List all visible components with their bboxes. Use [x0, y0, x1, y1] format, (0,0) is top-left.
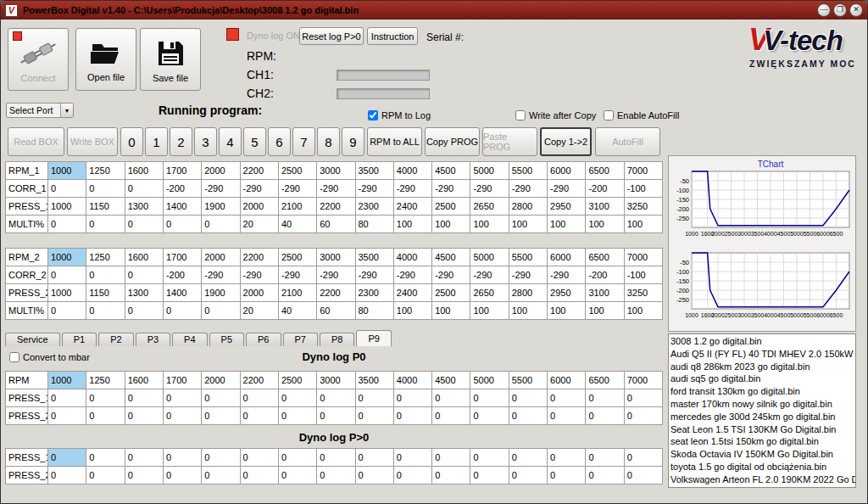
cell[interactable]: 0 [240, 407, 278, 425]
cell[interactable]: 3000 [317, 249, 355, 266]
cell[interactable]: 0 [86, 467, 125, 484]
cell[interactable]: 0 [355, 467, 393, 484]
cell[interactable]: 2000 [240, 284, 278, 302]
cell[interactable]: 0 [240, 389, 278, 407]
cell[interactable]: 0 [355, 449, 393, 467]
cell[interactable]: -290 [393, 180, 431, 198]
cell[interactable]: 3500 [355, 162, 393, 180]
digit-button[interactable]: 6 [268, 127, 291, 156]
cell[interactable]: 5500 [509, 162, 547, 180]
cell[interactable]: 100 [624, 216, 662, 233]
cell[interactable]: 1600 [125, 372, 163, 389]
cell[interactable]: 60 [317, 302, 355, 320]
cell[interactable]: 0 [548, 467, 586, 484]
cell[interactable]: 1400 [163, 198, 201, 216]
cell[interactable]: -100 [624, 180, 662, 198]
file-list-item[interactable]: Audi Q5 II (FY FL) 40 TDI MHEV 2.0 150kW… [669, 348, 855, 361]
cell[interactable]: -290 [548, 180, 586, 198]
cell[interactable]: 0 [202, 389, 240, 407]
cell[interactable]: 2950 [548, 284, 586, 302]
rpm-to-all-button[interactable]: RPM to ALL [367, 127, 422, 156]
cell[interactable]: 0 [86, 407, 125, 425]
file-list-item[interactable]: toyota 1.5 go digital od obciążenia.bin [669, 461, 855, 473]
cell[interactable]: -290 [240, 266, 278, 284]
cell[interactable]: -200 [163, 266, 201, 284]
cell[interactable]: 5000 [470, 162, 509, 180]
cell[interactable]: 4500 [432, 372, 470, 389]
cell[interactable]: -100 [624, 266, 662, 284]
cell[interactable]: 100 [393, 216, 431, 233]
file-list-item[interactable]: Volkswagen Arteon FL 2.0 190KM 2022 Go D… [669, 473, 855, 486]
cell[interactable]: 0 [163, 467, 201, 484]
cell[interactable]: 0 [586, 407, 624, 425]
open-file-button[interactable]: Open file [75, 28, 136, 91]
rpm-to-log-checkbox[interactable]: RPM to Log [368, 110, 431, 120]
cell[interactable]: 0 [163, 216, 201, 233]
cell[interactable]: 1700 [163, 372, 201, 389]
cell[interactable]: 0 [470, 449, 509, 467]
cell[interactable]: 7000 [624, 372, 662, 389]
cell[interactable]: 2500 [432, 198, 470, 216]
write-box-button[interactable]: Write BOX [67, 127, 118, 156]
cell[interactable]: 3100 [586, 284, 624, 302]
cell[interactable]: -290 [355, 180, 393, 198]
cell[interactable]: 0 [202, 302, 240, 320]
cell[interactable]: -290 [470, 180, 509, 198]
cell[interactable]: 1250 [86, 162, 125, 180]
cell[interactable]: 0 [432, 407, 470, 425]
cell[interactable]: 2800 [509, 198, 547, 216]
cell[interactable]: 80 [355, 216, 393, 233]
file-list-item[interactable]: 3008 1.2 go digital.bin [669, 335, 855, 348]
cell[interactable]: 2100 [278, 198, 316, 216]
cell[interactable]: 0 [624, 467, 662, 484]
cell[interactable]: 4000 [393, 249, 431, 266]
digit-button[interactable]: 5 [243, 127, 266, 156]
cell[interactable]: 0 [48, 449, 86, 467]
cell[interactable]: 2000 [202, 162, 240, 180]
tab[interactable]: P3 [136, 333, 170, 346]
cell[interactable]: 2800 [509, 284, 547, 302]
cell[interactable]: 40 [278, 302, 316, 320]
cell[interactable]: 0 [548, 407, 586, 425]
copy-prog-button[interactable]: Copy PROG [425, 127, 480, 156]
cell[interactable]: 0 [624, 407, 662, 425]
cell[interactable]: -290 [509, 180, 547, 198]
tab[interactable]: P8 [320, 333, 354, 346]
cell[interactable]: 3000 [317, 162, 355, 180]
paste-prog-button[interactable]: Paste PROG [482, 127, 537, 156]
cell[interactable]: 0 [86, 266, 125, 284]
cell[interactable]: 100 [586, 302, 624, 320]
cell[interactable]: 3250 [624, 198, 662, 216]
cell[interactable]: 2500 [278, 162, 316, 180]
cell[interactable]: -200 [163, 180, 201, 198]
autofill-button[interactable]: AutoFill [595, 127, 660, 156]
cell[interactable]: 2200 [240, 249, 278, 266]
cell[interactable]: 60 [317, 216, 355, 233]
cell[interactable]: -200 [586, 266, 624, 284]
cell[interactable]: 20 [240, 216, 278, 233]
tab[interactable]: Service [5, 333, 60, 346]
cell[interactable]: 2500 [278, 372, 316, 389]
cell[interactable]: 0 [586, 467, 624, 484]
cell[interactable]: 1900 [202, 198, 240, 216]
cell[interactable]: 0 [86, 389, 125, 407]
cell[interactable]: 1000 [48, 198, 86, 216]
cell[interactable]: 6500 [586, 162, 624, 180]
cell[interactable]: 0 [48, 467, 86, 484]
digit-button[interactable]: 1 [145, 127, 168, 156]
tab[interactable]: P1 [62, 333, 97, 346]
cell[interactable]: 1250 [86, 372, 125, 389]
instruction-button[interactable]: Instruction [367, 27, 418, 45]
cell[interactable]: 100 [509, 216, 547, 233]
write-after-copy-checkbox-input[interactable] [515, 110, 526, 120]
cell[interactable]: 0 [125, 302, 163, 320]
cell[interactable]: 1000 [48, 372, 86, 389]
cell[interactable]: 0 [48, 180, 86, 198]
digit-button[interactable]: 8 [317, 127, 340, 156]
cell[interactable]: 0 [624, 389, 662, 407]
cell[interactable]: 1700 [163, 162, 201, 180]
cell[interactable]: 2100 [278, 284, 316, 302]
cell[interactable]: 7000 [624, 249, 662, 266]
tab[interactable]: P4 [172, 333, 207, 346]
write-after-copy-checkbox[interactable]: Write after Copy [515, 110, 596, 120]
